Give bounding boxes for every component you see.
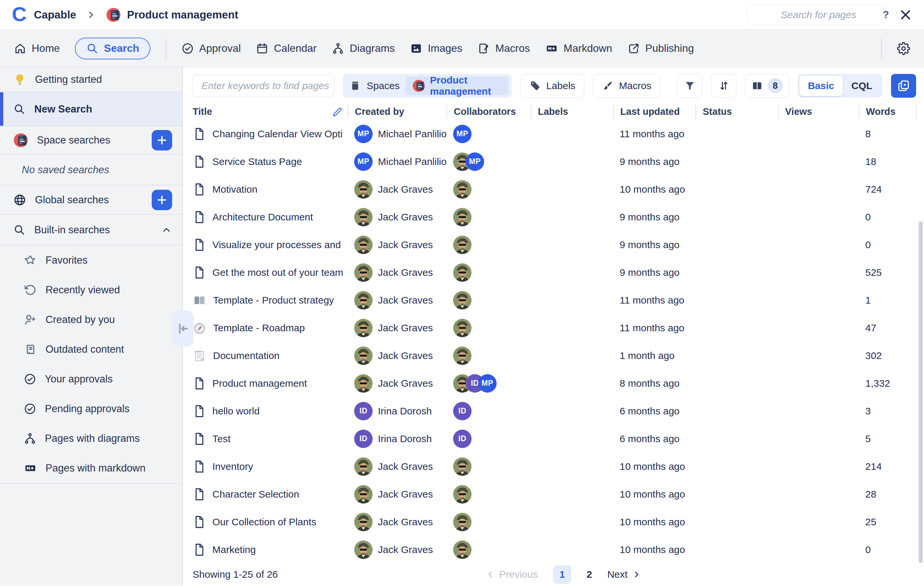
sidebar-item-label: New Search	[34, 103, 92, 115]
next-page-button[interactable]: Next	[607, 569, 641, 580]
sidebar-item-label: Outdated content	[46, 343, 124, 355]
vertical-scrollbar[interactable]	[919, 222, 923, 563]
table-row[interactable]: MotivationJack Graves10 months ago724	[183, 175, 924, 203]
mode-cql-button[interactable]: CQL	[843, 80, 881, 91]
edit-title-pencil-icon[interactable]	[332, 107, 342, 117]
nav-item-calendar[interactable]: Calendar	[256, 42, 317, 55]
page-1-button[interactable]: 1	[553, 565, 571, 584]
sidebar-item-built-in-searches[interactable]: Built-in searches	[0, 215, 182, 245]
space-avatar	[106, 7, 121, 22]
avatar-photo	[354, 208, 373, 226]
sidebar-item-created-by-you[interactable]: Created by you	[0, 305, 182, 334]
nav-item-images[interactable]: Images	[410, 42, 462, 55]
creator-name: Michael Panlilio	[378, 156, 447, 167]
book-icon	[193, 293, 206, 307]
keyword-input[interactable]	[201, 80, 330, 92]
chevron-up-icon[interactable]	[161, 224, 172, 235]
nav-item-home[interactable]: Home	[14, 42, 60, 55]
table-row[interactable]: Our Collection of PlantsJack Graves10 mo…	[183, 508, 924, 536]
sidebar-item-pages-with-diagrams[interactable]: Pages with diagrams	[0, 424, 182, 454]
nav-item-search[interactable]: Search	[75, 38, 150, 60]
collaborators-cell: MP	[447, 152, 531, 171]
creator-name: Jack Graves	[378, 295, 433, 306]
sidebar-item-space-searches[interactable]: Space searches	[0, 126, 182, 154]
table-row[interactable]: hello worldIDIrina DoroshID6 months ago3	[183, 397, 924, 425]
app-name[interactable]: Capable	[34, 8, 76, 21]
sidebar-item-outdated-content[interactable]: Outdated content	[0, 334, 182, 364]
column-header-title[interactable]: Title	[193, 105, 348, 118]
table-row[interactable]: TestIDIrina DoroshID6 months ago5	[183, 425, 924, 453]
filter-button[interactable]	[677, 74, 702, 98]
column-header-words[interactable]: Words	[859, 105, 917, 118]
column-header-label: Title	[193, 106, 212, 117]
columns-button[interactable]: 8	[745, 74, 789, 98]
settings-gear-icon[interactable]	[897, 42, 910, 55]
table-row[interactable]: DocumentationJack Graves1 month ago302	[183, 342, 924, 369]
spaces-filter-chip[interactable]: Spaces Product management	[343, 74, 512, 98]
sidebar-item-your-approvals[interactable]: Your approvals	[0, 364, 182, 394]
collaborators-cell: IDMP	[447, 374, 531, 392]
sidebar-item-getting-started[interactable]: Getting started	[0, 67, 182, 92]
nav-item-label: Calendar	[274, 42, 317, 55]
collaborators-cell: ID	[447, 402, 531, 420]
sidebar-item-global-searches[interactable]: Global searches	[0, 185, 182, 214]
table-row[interactable]: Product managementJack GravesIDMP8 month…	[183, 369, 924, 397]
created-by-cell: Jack Graves	[348, 513, 447, 531]
publish-icon	[627, 42, 640, 55]
column-header-views[interactable]: Views	[778, 105, 859, 118]
table-row[interactable]: Service Status PageMPMichael PanlilioMP9…	[183, 148, 924, 175]
sidebar-item-pages-with-markdown[interactable]: Pages with markdown	[0, 454, 182, 483]
labels-filter-button[interactable]: Labels	[520, 74, 584, 98]
nav-item-publishing[interactable]: Publishing	[627, 42, 694, 55]
avatar-photo	[453, 291, 472, 310]
save-search-button[interactable]	[891, 74, 916, 98]
close-icon[interactable]	[899, 8, 912, 22]
page-2-button[interactable]: 2	[587, 569, 592, 580]
breadcrumb-space-name[interactable]: Product management	[127, 8, 238, 21]
title-cell: Our Collection of Plants	[193, 515, 348, 529]
nav-item-markdown[interactable]: Markdown	[545, 42, 612, 55]
table-row[interactable]: Architecture DocumentJack Graves9 months…	[183, 203, 924, 231]
title-cell: Motivation	[193, 182, 348, 197]
sidebar-item-favorites[interactable]: Favorites	[0, 245, 182, 275]
search-pages-input[interactable]	[754, 9, 883, 21]
column-header-created-by[interactable]: Created by	[348, 105, 447, 118]
sort-button[interactable]	[711, 74, 736, 98]
macros-filter-button[interactable]: Macros	[593, 74, 660, 98]
column-header-last-updated[interactable]: Last updated	[613, 105, 695, 118]
sidebar-item-new-search[interactable]: New Search	[0, 93, 182, 126]
nav-item-diagrams[interactable]: Diagrams	[332, 42, 395, 55]
creator-name: Jack Graves	[378, 489, 433, 500]
table-row[interactable]: MarketingJack Graves10 months ago0	[183, 536, 924, 564]
add-global-search-button[interactable]	[152, 190, 172, 210]
table-row[interactable]: Template - RoadmapJack Graves11 months a…	[183, 314, 924, 342]
table-row[interactable]: Template - Product strategyJack Graves11…	[183, 286, 924, 314]
created-by-cell: Jack Graves	[348, 540, 447, 559]
space-value-chip[interactable]: Product management	[406, 76, 508, 95]
column-header-status[interactable]: Status	[695, 105, 778, 118]
nav-item-macros[interactable]: Macros	[477, 42, 530, 55]
created-by-cell: Jack Graves	[348, 346, 447, 365]
nav-item-approval[interactable]: Approval	[182, 42, 241, 55]
column-header-labels[interactable]: Labels	[531, 105, 613, 118]
table-row[interactable]: Changing Calendar View OptionsMPMichael …	[183, 120, 924, 148]
table-row[interactable]: Visualize your processes and stJack Grav…	[183, 231, 924, 259]
add-space-search-button[interactable]	[152, 130, 172, 151]
avatar-photo	[453, 319, 472, 337]
help-icon[interactable]: ?	[883, 9, 889, 21]
page-icon	[193, 459, 206, 474]
table-row[interactable]: InventoryJack Graves10 months ago214	[183, 453, 924, 480]
mode-basic-button[interactable]: Basic	[799, 76, 843, 96]
avatar-initials: MP	[453, 125, 472, 143]
previous-page-button[interactable]: Previous	[486, 569, 538, 580]
page-title: Architecture Document	[212, 212, 313, 223]
column-header-collaborators[interactable]: Collaborators	[447, 105, 531, 118]
table-row[interactable]: Character SelectionJack Graves10 months …	[183, 480, 924, 508]
sidebar-item-pending-approvals[interactable]: Pending approvals	[0, 394, 182, 424]
columns-count-badge: 8	[768, 78, 783, 93]
sidebar-collapse-handle[interactable]	[172, 311, 193, 347]
table-row[interactable]: Get the most out of your team sJack Grav…	[183, 259, 924, 286]
diagram-icon	[332, 42, 344, 55]
sidebar-item-recently-viewed[interactable]: Recently viewed	[0, 275, 182, 305]
avatar-photo	[453, 208, 472, 226]
